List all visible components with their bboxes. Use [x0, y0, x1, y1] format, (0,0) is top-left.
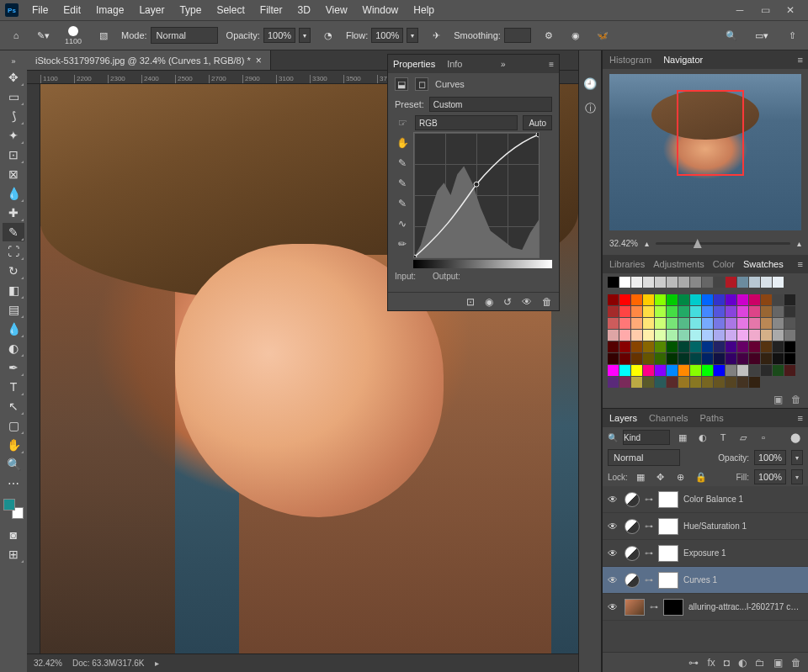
brush-panel-icon[interactable]: ▧: [94, 26, 113, 45]
swatch[interactable]: [737, 365, 748, 376]
swatch[interactable]: [631, 377, 642, 388]
eyedropper-tool[interactable]: 💧: [3, 184, 24, 203]
mask-icon[interactable]: ◻: [415, 77, 428, 91]
tab-channels[interactable]: Channels: [649, 413, 688, 423]
swatch[interactable]: [678, 306, 689, 317]
swatch[interactable]: [726, 318, 736, 329]
swatch[interactable]: [667, 306, 678, 317]
on-image-tool-icon[interactable]: ✋: [395, 135, 410, 151]
swatch[interactable]: [714, 377, 725, 388]
edit-points-icon[interactable]: ∿: [395, 216, 410, 231]
swatch[interactable]: [608, 377, 619, 388]
swatch[interactable]: [619, 318, 630, 329]
frame-tool[interactable]: ⊠: [3, 165, 24, 183]
swatch[interactable]: [773, 341, 784, 352]
swatch[interactable]: [655, 377, 666, 388]
swatch[interactable]: [714, 365, 725, 376]
swatch[interactable]: [737, 294, 748, 305]
swatch[interactable]: [784, 341, 795, 352]
swatch[interactable]: [667, 365, 678, 376]
layer-row[interactable]: 👁⊶Exposure 1: [603, 540, 808, 567]
swatch[interactable]: [619, 341, 630, 352]
layer-fx-icon[interactable]: fx: [707, 657, 715, 669]
tab-paths[interactable]: Paths: [700, 413, 724, 423]
panel-menu-icon[interactable]: ≡: [549, 60, 559, 69]
swatch[interactable]: [678, 365, 689, 376]
swatch[interactable]: [690, 306, 701, 317]
swatch[interactable]: [702, 277, 713, 288]
tab-histogram[interactable]: Histogram: [609, 55, 651, 65]
swatch[interactable]: [773, 330, 784, 341]
swatch[interactable]: [690, 341, 701, 352]
dodge-tool[interactable]: ◐: [3, 339, 24, 357]
swatch[interactable]: [761, 277, 772, 288]
input-gradient[interactable]: [413, 260, 552, 268]
swatch[interactable]: [655, 306, 666, 317]
swatch[interactable]: [678, 318, 689, 329]
swatch[interactable]: [631, 294, 642, 305]
swatch[interactable]: [702, 306, 713, 317]
swatch[interactable]: [608, 365, 619, 376]
swatch[interactable]: [726, 341, 736, 352]
swatch[interactable]: [749, 306, 760, 317]
lock-position-icon[interactable]: ✥: [653, 469, 668, 484]
swatch[interactable]: [761, 306, 772, 317]
fill-dropdown[interactable]: ▾: [791, 469, 803, 484]
path-select-tool[interactable]: ↖: [3, 397, 24, 415]
menu-help[interactable]: Help: [407, 1, 441, 19]
layer-name[interactable]: Hue/Saturation 1: [683, 521, 803, 531]
tool-preset-icon[interactable]: ✎▾: [34, 26, 52, 45]
swatch[interactable]: [784, 365, 795, 376]
gray-point-icon[interactable]: ✎: [395, 176, 410, 191]
swatch[interactable]: [608, 341, 619, 352]
swatch[interactable]: [761, 318, 772, 329]
swatch[interactable]: [749, 353, 760, 364]
swatch[interactable]: [702, 365, 713, 376]
fill-input[interactable]: [754, 469, 786, 484]
swatch[interactable]: [702, 294, 713, 305]
swatch[interactable]: [714, 318, 725, 329]
view-previous-icon[interactable]: ◉: [485, 296, 493, 308]
tab-info[interactable]: Info: [447, 59, 462, 69]
swatch[interactable]: [608, 294, 619, 305]
filter-type-icon[interactable]: T: [715, 430, 731, 445]
swatch[interactable]: [655, 353, 666, 364]
swatch[interactable]: [749, 277, 760, 288]
swatch[interactable]: [702, 377, 713, 388]
swatch[interactable]: [761, 330, 772, 341]
chevron-right-icon[interactable]: »: [3, 56, 24, 67]
swatch[interactable]: [714, 353, 725, 364]
swatch[interactable]: [737, 306, 748, 317]
swatch[interactable]: [761, 341, 772, 352]
swatch[interactable]: [667, 294, 678, 305]
swatch[interactable]: [678, 294, 689, 305]
swatch[interactable]: [655, 294, 666, 305]
move-tool[interactable]: ✥: [3, 68, 24, 87]
toggle-visibility-icon[interactable]: 👁: [522, 296, 532, 308]
smoothing-gear-icon[interactable]: ⚙: [540, 26, 558, 45]
layer-mask-thumb[interactable]: [658, 572, 678, 589]
swatch[interactable]: [773, 353, 784, 364]
swatch[interactable]: [714, 294, 725, 305]
swatch[interactable]: [655, 277, 666, 288]
layer-blend-select[interactable]: Normal: [608, 449, 680, 466]
swatch[interactable]: [761, 365, 772, 376]
swatch[interactable]: [643, 377, 654, 388]
navigator-viewport-box[interactable]: [677, 90, 744, 176]
filter-pixel-icon[interactable]: ▦: [675, 430, 690, 445]
swatch[interactable]: [608, 318, 619, 329]
filter-shape-icon[interactable]: ▱: [736, 430, 751, 445]
swatch[interactable]: [773, 318, 784, 329]
swatch[interactable]: [714, 330, 725, 341]
layer-mask-thumb[interactable]: [658, 518, 678, 535]
swatch[interactable]: [749, 365, 760, 376]
quick-select-tool[interactable]: ✦: [3, 126, 24, 145]
swatch[interactable]: [667, 353, 678, 364]
ruler-vertical[interactable]: [27, 84, 40, 653]
menu-window[interactable]: Window: [356, 1, 406, 19]
link-layers-icon[interactable]: ⊶: [688, 657, 699, 669]
swatch[interactable]: [678, 377, 689, 388]
swatch[interactable]: [643, 294, 654, 305]
flow-dropdown[interactable]: ▾: [407, 28, 418, 43]
swatch[interactable]: [631, 365, 642, 376]
